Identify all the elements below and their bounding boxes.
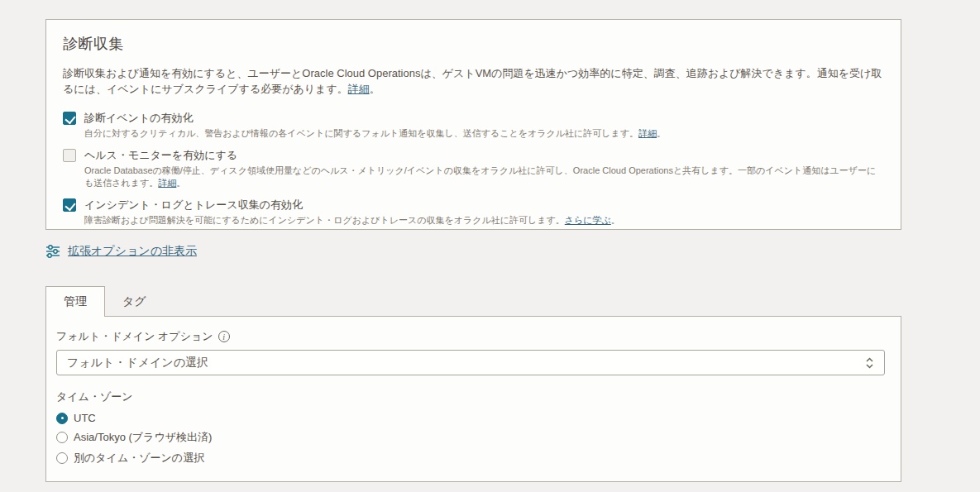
description-text: Oracle Databaseの稼働/停止、ディスク領域使用量などのヘルス・メト… — [84, 165, 876, 188]
panel-title: 診断収集 — [63, 34, 884, 54]
other-timezone-radio[interactable] — [56, 452, 68, 464]
description-period: 。 — [176, 178, 185, 188]
management-panel: フォルト・ドメイン オプション i フォルト・ドメインの選択 タイム・ゾーン U… — [45, 316, 901, 482]
diagnostic-events-description: 自分に対するクリティカル、警告および情報の各イベントに関するフォルト通知を収集し… — [84, 127, 666, 140]
checkbox-list: 診断イベントの有効化 自分に対するクリティカル、警告および情報の各イベントに関す… — [63, 111, 884, 227]
timezone-radio-group: UTC Asia/Tokyo (ブラウザ検出済) 別のタイム・ゾーンの選択 — [56, 412, 891, 466]
checkbox-body: ヘルス・モニターを有効にする Oracle Databaseの稼働/停止、ディス… — [84, 148, 884, 189]
asia-tokyo-radio[interactable] — [56, 432, 68, 443]
fault-domain-select[interactable]: フォルト・ドメインの選択 — [56, 350, 885, 375]
tab-bar: 管理 タグ — [45, 286, 164, 317]
asia-tokyo-radio-label[interactable]: Asia/Tokyo (ブラウザ検出済) — [74, 430, 212, 445]
info-icon[interactable]: i — [218, 331, 230, 342]
utc-radio[interactable] — [56, 413, 68, 424]
incident-logs-checkbox[interactable] — [63, 198, 76, 212]
tab-tags-label: タグ — [122, 294, 146, 309]
hide-advanced-options-link[interactable]: 拡張オプションの非表示 — [68, 244, 197, 259]
checkbox-body: インシデント・ログとトレース収集の有効化 障害診断および問題解決を可能にするため… — [84, 198, 620, 227]
incident-logs-label[interactable]: インシデント・ログとトレース収集の有効化 — [84, 198, 620, 212]
fault-domain-label: フォルト・ドメイン オプション — [56, 329, 213, 344]
details-link[interactable]: 詳細 — [158, 178, 176, 188]
description-period: 。 — [370, 83, 380, 95]
radio-row-asia-tokyo: Asia/Tokyo (ブラウザ検出済) — [56, 430, 891, 445]
radio-row-other-timezone: 別のタイム・ゾーンの選択 — [56, 451, 891, 466]
incident-logs-description: 障害診断および問題解決を可能にするためにインシデント・ログおよびトレースの収集を… — [84, 214, 620, 227]
details-link[interactable]: 詳細 — [638, 128, 657, 138]
description-text: 障害診断および問題解決を可能にするためにインシデント・ログおよびトレースの収集を… — [84, 215, 565, 225]
fault-domain-label-row: フォルト・ドメイン オプション i — [56, 329, 891, 344]
learn-more-link[interactable]: さらに学ぶ — [565, 215, 611, 225]
advanced-options-row: 拡張オプションの非表示 — [45, 244, 197, 259]
details-link[interactable]: 詳細 — [348, 83, 370, 95]
panel-description: 診断収集および通知を有効にすると、ユーザーとOracle Cloud Opera… — [63, 65, 884, 97]
description-period: 。 — [657, 128, 666, 138]
health-monitor-description: Oracle Databaseの稼働/停止、ディスク領域使用量などのヘルス・メト… — [84, 165, 884, 189]
checkbox-body: 診断イベントの有効化 自分に対するクリティカル、警告および情報の各イベントに関す… — [84, 111, 666, 140]
panel-description-text: 診断収集および通知を有効にすると、ユーザーとOracle Cloud Opera… — [63, 67, 882, 95]
fault-domain-select-value: フォルト・ドメインの選択 — [67, 356, 208, 370]
diagnostic-events-checkbox[interactable] — [63, 112, 76, 125]
description-period: 。 — [611, 215, 620, 225]
checkbox-row-health-monitor: ヘルス・モニターを有効にする Oracle Databaseの稼働/停止、ディス… — [63, 148, 884, 189]
tab-management[interactable]: 管理 — [45, 286, 105, 317]
timezone-label: タイム・ゾーン — [56, 389, 891, 404]
diagnostics-collection-panel: 診断収集 診断収集および通知を有効にすると、ユーザーとOracle Cloud … — [45, 19, 901, 230]
tab-tags[interactable]: タグ — [105, 286, 164, 317]
health-monitor-label[interactable]: ヘルス・モニターを有効にする — [84, 148, 884, 162]
other-timezone-radio-label[interactable]: 別のタイム・ゾーンの選択 — [74, 451, 204, 466]
sliders-icon — [45, 244, 60, 259]
radio-row-utc: UTC — [56, 412, 891, 424]
select-caret-icon — [865, 356, 874, 370]
diagnostic-events-label[interactable]: 診断イベントの有効化 — [84, 111, 666, 125]
checkbox-row-diagnostic-events: 診断イベントの有効化 自分に対するクリティカル、警告および情報の各イベントに関す… — [63, 111, 884, 140]
description-text: 自分に対するクリティカル、警告および情報の各イベントに関するフォルト通知を収集し… — [84, 128, 638, 138]
health-monitor-checkbox[interactable] — [63, 149, 76, 162]
tab-management-label: 管理 — [64, 294, 87, 309]
checkbox-row-incident-logs: インシデント・ログとトレース収集の有効化 障害診断および問題解決を可能にするため… — [63, 198, 884, 227]
utc-radio-label[interactable]: UTC — [74, 412, 96, 424]
